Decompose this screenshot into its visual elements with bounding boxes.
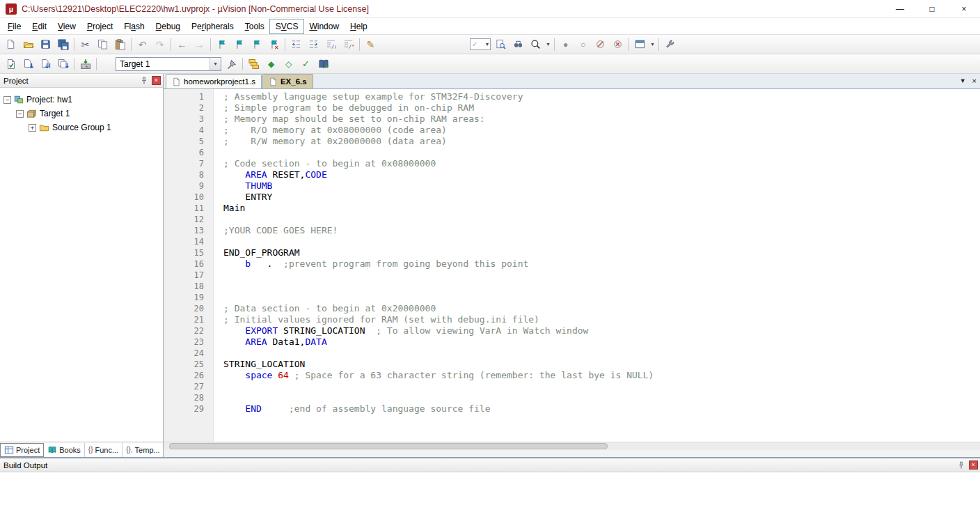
- indent-button[interactable]: [305, 36, 322, 52]
- code-line[interactable]: 7; Code section - to begin at 0x08000000: [164, 158, 980, 169]
- code-line[interactable]: 5; R/W memory at 0x20000000 (data area): [164, 136, 980, 147]
- build-output-content[interactable]: [0, 472, 980, 519]
- kill-all-breakpoints-button[interactable]: [609, 36, 626, 52]
- cut-button[interactable]: ✂: [77, 36, 94, 52]
- options-for-target-button[interactable]: [223, 56, 240, 72]
- disable-all-breakpoints-button[interactable]: [592, 36, 609, 52]
- find-button[interactable]: [509, 36, 527, 52]
- panel-tab-templates[interactable]: {},Temp...: [122, 443, 164, 457]
- unindent-button[interactable]: [287, 36, 305, 52]
- next-bookmark-button[interactable]: [248, 36, 265, 52]
- code-line[interactable]: 20; Data section - to begin at 0x2000000…: [164, 303, 980, 314]
- new-file-button[interactable]: [2, 36, 19, 52]
- insert-bookmark-button[interactable]: [213, 36, 230, 52]
- clear-bookmarks-button[interactable]: [265, 36, 283, 52]
- previous-bookmark-button[interactable]: [230, 36, 248, 52]
- code-line[interactable]: 10 ENTRY: [164, 192, 980, 203]
- menu-item-file[interactable]: File: [2, 20, 26, 33]
- editor-body[interactable]: 1; Assembly language setup example for S…: [164, 89, 980, 442]
- code-line[interactable]: 11Main: [164, 203, 980, 214]
- target-select-dropdown[interactable]: ▾: [210, 58, 221, 70]
- batch-build-button[interactable]: [54, 56, 72, 72]
- build-target-button[interactable]: [19, 56, 37, 72]
- paste-button[interactable]: [111, 36, 129, 52]
- code-line[interactable]: 6: [164, 147, 980, 158]
- tree-item-target-1[interactable]: −Target 1: [0, 107, 163, 121]
- redo-button[interactable]: ↷: [151, 36, 168, 52]
- menu-item-peripherals[interactable]: Peripherals: [186, 20, 239, 33]
- undo-button[interactable]: ↶: [134, 36, 151, 52]
- code-line[interactable]: 3; Memory map should be set to on-chip R…: [164, 114, 980, 125]
- code-line[interactable]: 16 b . ;prevent program from going beyon…: [164, 258, 980, 270]
- collapse-icon[interactable]: −: [3, 96, 11, 104]
- code-line[interactable]: 1; Assembly language setup example for S…: [164, 91, 980, 102]
- enable-disable-breakpoint-button[interactable]: ○: [574, 36, 592, 52]
- rebuild-all-button[interactable]: [37, 56, 54, 72]
- pack-installer-button[interactable]: [315, 56, 332, 72]
- save-button[interactable]: [37, 36, 54, 52]
- copy-button[interactable]: [94, 36, 111, 52]
- code-line[interactable]: 4; R/O memory at 0x08000000 (code area): [164, 125, 980, 136]
- maximize-button[interactable]: □: [916, 0, 948, 17]
- navigate-back-button[interactable]: ←: [173, 36, 191, 52]
- menu-item-help[interactable]: Help: [345, 20, 373, 33]
- editor-tab-ex6[interactable]: EX_6.s: [262, 74, 313, 88]
- manage-rte-button[interactable]: ◆: [262, 56, 280, 72]
- tab-list-dropdown-icon[interactable]: ▼: [960, 77, 966, 84]
- window-select-button[interactable]: [631, 36, 649, 52]
- code-line[interactable]: 19: [164, 292, 980, 303]
- panel-tab-project[interactable]: Project: [0, 443, 44, 457]
- project-close-button[interactable]: ×: [152, 76, 161, 85]
- menu-item-tools[interactable]: Tools: [239, 20, 270, 33]
- panel-tab-functions[interactable]: {}Func...: [85, 443, 122, 457]
- insert-breakpoint-button[interactable]: ●: [557, 36, 574, 52]
- code-line[interactable]: 15END_OF_PROGRAM: [164, 247, 980, 258]
- code-line[interactable]: 9 THUMB: [164, 180, 980, 192]
- open-file-button[interactable]: [19, 36, 37, 52]
- uncomment-selection-button[interactable]: /*: [340, 36, 357, 52]
- code-line[interactable]: 23 AREA Data1,DATA: [164, 336, 980, 348]
- save-all-button[interactable]: [54, 36, 72, 52]
- translate-file-button[interactable]: [2, 56, 19, 72]
- menu-item-view[interactable]: View: [52, 20, 81, 33]
- code-line[interactable]: 27: [164, 381, 980, 392]
- build-output-pin-button[interactable]: [956, 460, 967, 470]
- editor-tab-homeworkproject1[interactable]: homeworkproject1.s: [166, 74, 262, 88]
- code-line[interactable]: 13;YOUR CODE GOES HERE!: [164, 225, 980, 236]
- verify-packs-button[interactable]: ✓: [297, 56, 315, 72]
- code-line[interactable]: 26 space 64 ; Space for a 63 character s…: [164, 370, 980, 381]
- configure-tools-button[interactable]: [661, 36, 679, 52]
- tree-item-source-group-1[interactable]: +Source Group 1: [0, 121, 163, 134]
- code-line[interactable]: 14: [164, 236, 980, 247]
- menu-item-flash[interactable]: Flash: [118, 20, 150, 33]
- minimize-button[interactable]: —: [884, 0, 916, 17]
- code-line[interactable]: 12: [164, 214, 980, 225]
- collapse-icon[interactable]: −: [16, 110, 24, 118]
- code-line[interactable]: 22 EXPORT STRING_LOCATION ; To allow vie…: [164, 325, 980, 336]
- build-output-close-button[interactable]: ×: [969, 460, 978, 470]
- select-software-packs-button[interactable]: ◇: [280, 56, 297, 72]
- code-line[interactable]: 8 AREA RESET,CODE: [164, 169, 980, 180]
- download-to-flash-button[interactable]: LOAD: [77, 56, 94, 72]
- code-line[interactable]: 29 END ;end of assembly language source …: [164, 403, 980, 415]
- comment-selection-button[interactable]: //: [322, 36, 340, 52]
- scrollbar-thumb[interactable]: [169, 443, 608, 449]
- manage-project-items-button[interactable]: [245, 56, 262, 72]
- window-select-dropdown[interactable]: ▾: [649, 36, 656, 52]
- code-line[interactable]: 24: [164, 348, 980, 359]
- tree-item-project-root[interactable]: −Project: hw1: [0, 93, 163, 107]
- code-line[interactable]: 21; Initial values ignored for RAM (set …: [164, 314, 980, 325]
- horizontal-scrollbar[interactable]: [164, 442, 980, 450]
- incremental-find-dropdown[interactable]: ▾: [544, 36, 552, 52]
- configuration-button[interactable]: ✎: [362, 36, 379, 52]
- code-line[interactable]: 17: [164, 270, 980, 281]
- target-select[interactable]: Target 1▾: [116, 57, 221, 71]
- project-pin-button[interactable]: [139, 75, 150, 86]
- code-line[interactable]: 28: [164, 392, 980, 403]
- incremental-find-button[interactable]: [527, 36, 544, 52]
- code-line[interactable]: 2; Simple program to be debugged in on-c…: [164, 102, 980, 114]
- close-button[interactable]: ×: [948, 0, 980, 17]
- menu-item-window[interactable]: Window: [303, 20, 345, 33]
- navigate-forward-button[interactable]: →: [191, 36, 208, 52]
- code-line[interactable]: 18: [164, 281, 980, 292]
